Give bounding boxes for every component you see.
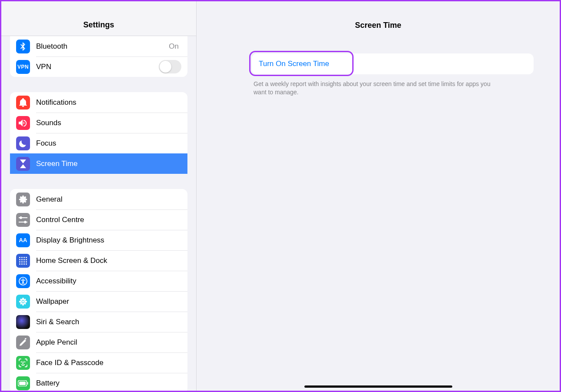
sidebar-item-label: Home Screen & Dock [36,256,181,265]
settings-sidebar: Settings Bluetooth On VPN VPN [1,1,197,391]
svg-point-1 [22,278,23,279]
bell-icon [16,96,30,110]
faceid-icon [16,356,30,370]
turn-on-screen-time-label: Turn On Screen Time [259,60,329,68]
sidebar-item-apple-pencil[interactable]: Apple Pencil [10,332,187,352]
svg-point-2 [22,300,24,302]
svg-point-6 [24,300,27,302]
hourglass-icon [16,157,30,171]
sidebar-list[interactable]: Bluetooth On VPN VPN Notifications [1,36,196,391]
sidebar-item-label: Focus [36,139,181,148]
sidebar-item-wallpaper[interactable]: Wallpaper [10,291,187,312]
sidebar-item-label: VPN [36,63,159,71]
settings-group-device: General Control Centre AA Display & Brig… [10,189,187,391]
sidebar-title: Settings [1,1,196,36]
settings-group-attention: Notifications Sounds Focus Screen T [10,92,187,174]
sidebar-item-label: Screen Time [36,159,181,168]
sidebar-item-label: Face ID & Passcode [36,359,181,367]
bluetooth-icon [16,40,30,53]
turn-on-screen-time-row[interactable]: Turn On Screen Time [252,53,534,74]
battery-settings-icon [16,376,30,390]
sidebar-item-focus[interactable]: Focus [10,133,187,153]
moon-icon [16,136,30,150]
sidebar-item-notifications[interactable]: Notifications [10,92,187,113]
app-grid-icon [16,254,30,268]
sidebar-item-bluetooth[interactable]: Bluetooth On [10,36,187,56]
screen-time-helper-text: Get a weekly report with insights about … [252,80,495,96]
speaker-icon [16,116,30,130]
svg-point-5 [19,300,22,302]
svg-rect-12 [27,382,28,385]
sidebar-item-faceid-passcode[interactable]: Face ID & Passcode [10,352,187,373]
svg-point-3 [22,297,24,300]
sidebar-item-general[interactable]: General [10,189,187,209]
siri-icon [16,315,30,329]
accessibility-icon [16,274,30,288]
sidebar-item-label: General [36,195,181,204]
settings-group-connectivity: Bluetooth On VPN VPN [10,36,187,77]
pencil-icon [16,336,30,349]
sidebar-item-label: Display & Brightness [36,236,181,245]
sidebar-item-label: Bluetooth [36,42,169,51]
text-size-icon: AA [16,233,30,247]
sidebar-item-sounds[interactable]: Sounds [10,113,187,133]
bluetooth-value: On [169,42,179,51]
sidebar-item-label: Control Centre [36,216,181,224]
sliders-icon [16,213,30,227]
sidebar-item-accessibility[interactable]: Accessibility [10,271,187,291]
sidebar-item-label: Sounds [36,119,181,127]
detail-pane: Screen Time Turn On Screen Time Get a we… [197,1,560,391]
sidebar-item-label: Siri & Search [36,318,181,326]
sidebar-item-label: Battery [36,379,181,388]
sidebar-item-vpn[interactable]: VPN VPN [10,56,187,77]
sidebar-item-battery[interactable]: Battery [10,373,187,391]
detail-title: Screen Time [197,1,560,36]
sidebar-item-label: Apple Pencil [36,338,181,347]
vpn-toggle[interactable] [159,60,181,73]
home-indicator[interactable] [304,385,452,388]
sidebar-item-siri-search[interactable]: Siri & Search [10,312,187,332]
vpn-icon: VPN [16,60,30,74]
sidebar-item-label: Notifications [36,98,181,107]
svg-rect-13 [19,382,26,385]
sidebar-item-home-screen[interactable]: Home Screen & Dock [10,250,187,271]
svg-point-4 [22,302,24,305]
sidebar-item-control-centre[interactable]: Control Centre [10,209,187,230]
sidebar-item-label: Accessibility [36,277,181,286]
sidebar-item-label: Wallpaper [36,297,181,306]
sidebar-item-display-brightness[interactable]: AA Display & Brightness [10,230,187,250]
flower-icon [16,295,30,309]
sidebar-item-screen-time[interactable]: Screen Time [10,153,187,174]
gear-icon [16,193,30,206]
